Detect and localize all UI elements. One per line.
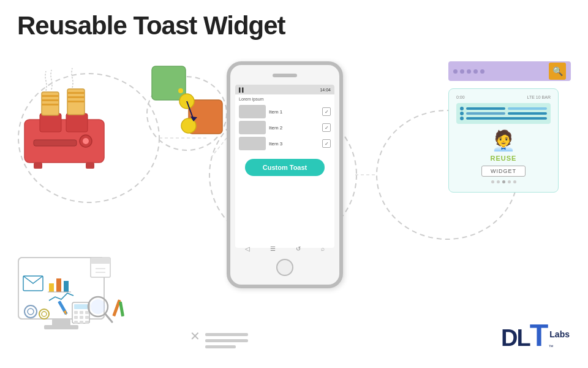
svg-rect-67 — [205, 339, 248, 342]
svg-rect-20 — [67, 92, 85, 94]
svg-rect-23 — [152, 66, 186, 100]
app-card-header: 0:00 LTE 10 BAR — [456, 95, 551, 99]
search-icon-box[interactable]: 🔍 — [549, 63, 566, 80]
svg-rect-32 — [52, 319, 70, 328]
search-bar: 🔍 — [448, 61, 571, 81]
dlt-l-letter: L — [517, 325, 530, 351]
svg-line-62 — [105, 314, 112, 322]
labs-text: Labs — [549, 329, 570, 339]
phone-body: ▌▌ 14:04 Lorem ipsum Item 1 ✓ Item 2 ✓ I… — [227, 61, 343, 288]
phone-list-item-3: Item 3 ✓ — [239, 137, 331, 150]
app-row-line-1 — [466, 107, 505, 110]
search-dot-5 — [480, 69, 484, 74]
svg-rect-48 — [80, 311, 83, 314]
widget-dot-4 — [508, 180, 511, 183]
svg-point-41 — [39, 309, 49, 319]
phone-item-label-1: Item 1 — [269, 109, 319, 115]
phone-list-item-1: Item 1 ✓ — [239, 105, 331, 118]
search-dot-4 — [473, 69, 478, 74]
app-card-left-label: 0:00 — [456, 95, 465, 99]
svg-rect-31 — [18, 258, 104, 319]
phone-nav-back-icon: ◁ — [245, 245, 250, 252]
svg-rect-46 — [74, 304, 88, 309]
svg-point-0 — [18, 74, 159, 202]
widget-dot-5 — [513, 180, 516, 183]
svg-rect-21 — [67, 96, 85, 98]
labs-group: Labs ™ — [548, 329, 570, 353]
svg-point-13 — [83, 138, 89, 144]
svg-rect-18 — [42, 104, 59, 105]
svg-rect-50 — [74, 316, 78, 319]
svg-rect-33 — [44, 325, 78, 329]
svg-rect-36 — [56, 278, 61, 292]
search-dot-1 — [453, 69, 458, 74]
page-title: Reusable Toast Widget — [17, 11, 285, 40]
svg-point-26 — [181, 118, 196, 133]
phone-mockup: ▌▌ 14:04 Lorem ipsum Item 1 ✓ Item 2 ✓ I… — [227, 61, 343, 288]
svg-rect-19 — [67, 89, 85, 115]
phone-nav-refresh-icon: ↺ — [296, 245, 301, 252]
svg-rect-49 — [85, 311, 89, 314]
svg-rect-9 — [66, 113, 88, 132]
svg-rect-30 — [18, 258, 104, 319]
app-card-row-3 — [460, 117, 547, 120]
svg-point-42 — [42, 312, 47, 316]
reuse-label: REUSE — [456, 155, 551, 162]
app-card-row-1 — [460, 107, 547, 110]
svg-marker-44 — [63, 310, 68, 316]
app-person-icon: 🧑‍💼 — [456, 129, 551, 152]
svg-rect-66 — [205, 333, 248, 336]
svg-line-5 — [209, 138, 227, 159]
phone-nav-search-icon: ⌕ — [321, 245, 325, 252]
svg-rect-47 — [74, 311, 78, 314]
svg-rect-35 — [49, 283, 54, 292]
svg-rect-63 — [112, 299, 121, 316]
svg-rect-55 — [85, 321, 89, 324]
svg-rect-51 — [80, 316, 83, 319]
svg-rect-37 — [64, 281, 69, 292]
svg-rect-14 — [34, 140, 77, 146]
svg-rect-16 — [42, 95, 59, 97]
svg-point-12 — [80, 135, 92, 147]
app-row-line-2b — [508, 112, 547, 115]
svg-rect-56 — [91, 258, 110, 277]
phone-item-check-2: ✓ — [322, 123, 331, 132]
phone-list-item-2: Item 2 ✓ — [239, 121, 331, 134]
phone-item-label-2: Item 2 — [269, 125, 319, 131]
phone-nav-menu-icon: ☰ — [270, 245, 276, 252]
svg-rect-10 — [34, 163, 42, 169]
dlt-logo-text: DLT — [501, 318, 548, 353]
svg-rect-68 — [205, 345, 236, 348]
dlt-t-letter: T — [530, 318, 548, 353]
svg-point-1 — [147, 77, 227, 150]
phone-speaker — [273, 74, 297, 77]
phone-item-thumbnail-3 — [239, 137, 266, 150]
phone-lorem: Lorem ipsum — [235, 94, 334, 102]
widget-button[interactable]: WIDGET — [481, 166, 526, 177]
custom-toast-button[interactable]: Custom Toast — [245, 159, 325, 176]
dlt-d-letter: D — [501, 325, 516, 351]
svg-rect-11 — [86, 163, 94, 169]
phone-status-bar: ▌▌ 14:04 — [235, 85, 334, 94]
tm-symbol: ™ — [548, 344, 553, 350]
phone-item-thumbnail-1 — [239, 105, 266, 118]
svg-point-61 — [91, 299, 105, 314]
search-dot-2 — [460, 69, 464, 74]
svg-rect-24 — [189, 100, 222, 134]
widget-dot-3 — [502, 180, 505, 183]
search-dot-3 — [467, 69, 471, 74]
search-bar-dots — [453, 69, 545, 74]
svg-text:✕: ✕ — [190, 329, 200, 343]
phone-screen: ▌▌ 14:04 Lorem ipsum Item 1 ✓ Item 2 ✓ I… — [235, 85, 334, 248]
phone-home-button[interactable] — [276, 259, 293, 276]
svg-rect-54 — [80, 321, 83, 324]
app-row-line-3 — [466, 117, 547, 120]
svg-point-60 — [88, 297, 108, 316]
svg-point-40 — [28, 309, 34, 315]
app-row-dot-3 — [460, 117, 464, 120]
app-card-rows — [456, 103, 551, 124]
phone-time: 14:04 — [320, 88, 331, 92]
dlt-logo: DLT Labs ™ — [501, 318, 570, 353]
widget-dot-1 — [491, 180, 494, 183]
svg-rect-57 — [91, 258, 110, 264]
